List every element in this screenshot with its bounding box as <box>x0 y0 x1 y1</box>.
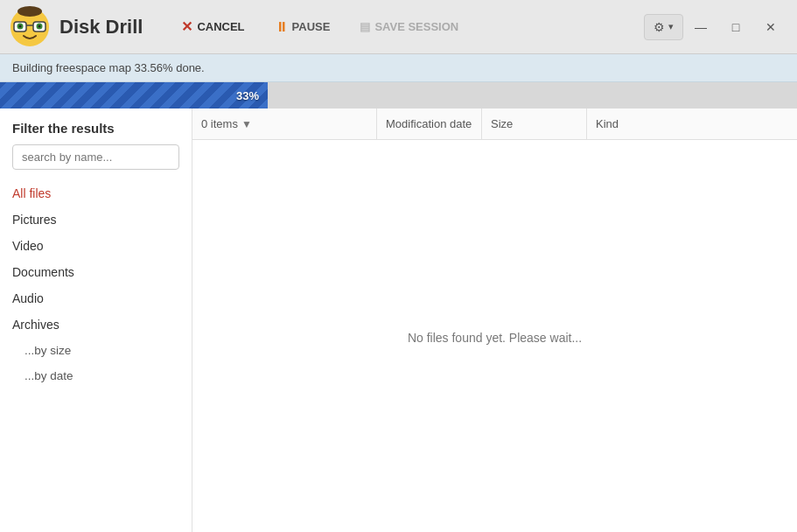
audio-label: Audio <box>12 291 44 305</box>
cancel-button[interactable]: ✕ CANCEL <box>169 13 256 40</box>
sidebar: Filter the results All files Pictures Vi… <box>0 108 192 532</box>
status-bar: Building freespace map 33.56% done. <box>0 54 797 82</box>
sidebar-item-archives[interactable]: Archives <box>0 312 192 338</box>
close-button[interactable]: ✕ <box>753 0 788 54</box>
by-date-label: ...by date <box>24 369 73 382</box>
items-count-area: 0 items ▼ <box>201 117 376 130</box>
svg-point-1 <box>17 6 42 17</box>
save-session-button[interactable]: ▤ SAVE SESSION <box>347 15 471 38</box>
settings-icon: ⚙ <box>654 20 665 34</box>
sidebar-item-video[interactable]: Video <box>0 233 192 259</box>
progress-bar-container: 33% <box>0 82 797 108</box>
progress-fill <box>0 82 268 108</box>
kind-label: Kind <box>596 117 619 130</box>
pause-button[interactable]: ⏸ PAUSE <box>262 14 343 39</box>
sidebar-item-audio[interactable]: Audio <box>0 285 192 312</box>
archives-label: Archives <box>12 318 59 332</box>
sidebar-item-pictures[interactable]: Pictures <box>0 206 192 233</box>
pictures-label: Pictures <box>12 213 57 227</box>
modification-date-label: Modification date <box>386 117 472 130</box>
sidebar-item-by-date[interactable]: ...by date <box>0 363 192 388</box>
progress-label: 33% <box>236 89 259 102</box>
search-input[interactable] <box>12 144 179 170</box>
minimize-button[interactable]: — <box>683 0 718 54</box>
sidebar-item-documents[interactable]: Documents <box>0 259 192 285</box>
column-headers: 0 items ▼ Modification date Size Kind <box>192 108 797 140</box>
empty-state: No files found yet. Please wait... <box>192 140 797 532</box>
svg-point-7 <box>19 24 22 27</box>
size-label: Size <box>491 117 513 130</box>
items-dropdown-arrow[interactable]: ▼ <box>241 118 252 130</box>
titlebar: Disk Drill ✕ CANCEL ⏸ PAUSE ▤ SAVE SESSI… <box>0 0 797 54</box>
by-size-label: ...by size <box>24 344 71 357</box>
svg-point-8 <box>38 24 41 27</box>
empty-message: No files found yet. Please wait... <box>408 331 582 345</box>
all-files-label: All files <box>12 186 51 200</box>
cancel-icon: ✕ <box>181 18 192 35</box>
main-layout: Filter the results All files Pictures Vi… <box>0 108 797 532</box>
col-header-size: Size <box>481 108 586 140</box>
status-message: Building freespace map 33.56% done. <box>12 61 205 74</box>
content-area: 0 items ▼ Modification date Size Kind No… <box>192 108 797 532</box>
col-header-kind: Kind <box>586 108 691 140</box>
app-title: Disk Drill <box>59 16 143 38</box>
maximize-button[interactable]: □ <box>718 0 753 54</box>
items-count: 0 items <box>201 117 238 130</box>
documents-label: Documents <box>12 265 74 279</box>
video-label: Video <box>12 239 44 253</box>
filter-title: Filter the results <box>0 121 192 144</box>
pause-icon: ⏸ <box>275 19 288 34</box>
save-icon: ▤ <box>360 20 370 33</box>
pause-label: PAUSE <box>292 20 331 33</box>
cancel-label: CANCEL <box>197 20 244 33</box>
window-controls: — □ ✕ <box>683 0 788 54</box>
sidebar-item-by-size[interactable]: ...by size <box>0 338 192 363</box>
app-logo <box>9 6 51 48</box>
settings-dropdown-icon: ▾ <box>668 21 674 32</box>
toolbar-buttons: ✕ CANCEL ⏸ PAUSE ▤ SAVE SESSION <box>169 13 635 40</box>
settings-button[interactable]: ⚙ ▾ <box>644 14 683 40</box>
col-header-modification-date: Modification date <box>376 108 481 140</box>
save-label: SAVE SESSION <box>374 20 458 33</box>
sidebar-item-all-files[interactable]: All files <box>0 180 192 206</box>
